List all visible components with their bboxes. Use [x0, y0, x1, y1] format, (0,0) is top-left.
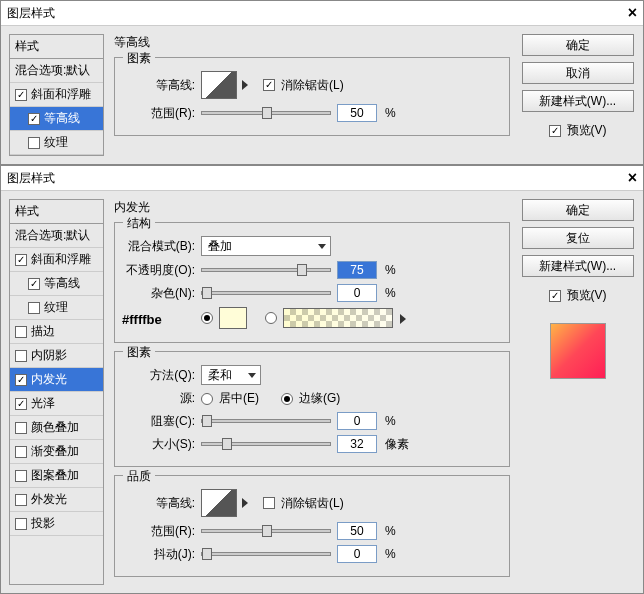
preview-label: 预览(V): [567, 287, 607, 304]
dialog-title: 图层样式: [7, 170, 55, 187]
jitter-slider[interactable]: [201, 552, 331, 556]
section-title: 等高线: [114, 34, 510, 51]
checkbox-icon[interactable]: [28, 113, 40, 125]
cancel-button[interactable]: 取消: [522, 62, 634, 84]
gradient-radio[interactable]: [265, 312, 277, 324]
sidebar-item-texture[interactable]: 纹理: [10, 131, 103, 155]
contour-label: 等高线:: [125, 495, 195, 512]
checkbox-icon[interactable]: [15, 398, 27, 410]
sidebar-item-contour[interactable]: 等高线: [10, 272, 103, 296]
group-structure: 结构 混合模式(B):叠加 不透明度(O):% 杂色(N):%: [114, 222, 510, 343]
checkbox-icon[interactable]: [15, 254, 27, 266]
size-slider[interactable]: [201, 442, 331, 446]
method-label: 方法(Q):: [125, 367, 195, 384]
choke-input[interactable]: [337, 412, 377, 430]
styles-sidebar: 样式 混合选项:默认 斜面和浮雕 等高线 纹理: [9, 34, 104, 156]
right-panel: 确定 复位 新建样式(W)... 预览(V): [520, 199, 635, 585]
antialias-checkbox[interactable]: [263, 79, 275, 91]
ok-button[interactable]: 确定: [522, 199, 634, 221]
preview-checkbox[interactable]: [549, 125, 561, 137]
checkbox-icon[interactable]: [15, 470, 27, 482]
size-label: 大小(S):: [125, 436, 195, 453]
sidebar-head[interactable]: 样式: [10, 200, 103, 224]
sidebar-blend-default[interactable]: 混合选项:默认: [10, 224, 103, 248]
main-panel: 等高线 图素 等高线: 消除锯齿(L) 范围(R): %: [114, 34, 510, 156]
contour-picker[interactable]: [201, 71, 237, 99]
sidebar-item-inner-glow[interactable]: 内发光: [10, 368, 103, 392]
group-element: 图素 等高线: 消除锯齿(L) 范围(R): %: [114, 57, 510, 136]
group-title: 品质: [123, 468, 155, 485]
source-center-radio[interactable]: [201, 393, 213, 405]
range-input[interactable]: [337, 104, 377, 122]
right-panel: 确定 取消 新建样式(W)... 预览(V): [520, 34, 635, 156]
sidebar-item-texture[interactable]: 纹理: [10, 296, 103, 320]
blend-mode-label: 混合模式(B):: [125, 238, 195, 255]
close-icon[interactable]: ×: [628, 169, 637, 187]
contour-label: 等高线:: [125, 77, 195, 94]
sidebar-item-outer-glow[interactable]: 外发光: [10, 488, 103, 512]
sidebar-item-contour[interactable]: 等高线: [10, 107, 103, 131]
new-style-button[interactable]: 新建样式(W)...: [522, 255, 634, 277]
jitter-input[interactable]: [337, 545, 377, 563]
opacity-label: 不透明度(O):: [125, 262, 195, 279]
size-input[interactable]: [337, 435, 377, 453]
method-select[interactable]: 柔和: [201, 365, 261, 385]
color-radio[interactable]: [201, 312, 213, 324]
sidebar-head[interactable]: 样式: [10, 35, 103, 59]
group-quality: 品质 等高线:消除锯齿(L) 范围(R):% 抖动(J):%: [114, 475, 510, 577]
checkbox-icon[interactable]: [15, 422, 27, 434]
gradient-picker[interactable]: [283, 308, 393, 328]
sidebar-item-satin[interactable]: 光泽: [10, 392, 103, 416]
group-element: 图素 方法(Q):柔和 源:居中(E)边缘(G) 阻塞(C):% 大小(S):像…: [114, 351, 510, 467]
sidebar-item-bevel[interactable]: 斜面和浮雕: [10, 248, 103, 272]
sidebar-item-bevel[interactable]: 斜面和浮雕: [10, 83, 103, 107]
close-icon[interactable]: ×: [628, 4, 637, 22]
preview-label: 预览(V): [567, 122, 607, 139]
noise-slider[interactable]: [201, 291, 331, 295]
source-edge-radio[interactable]: [281, 393, 293, 405]
antialias-checkbox[interactable]: [263, 497, 275, 509]
new-style-button[interactable]: 新建样式(W)...: [522, 90, 634, 112]
group-title: 图素: [123, 50, 155, 67]
reset-button[interactable]: 复位: [522, 227, 634, 249]
range-slider[interactable]: [201, 529, 331, 533]
choke-slider[interactable]: [201, 419, 331, 423]
layer-style-dialog-2: 图层样式 × 样式 混合选项:默认 斜面和浮雕 等高线 纹理 描边 内阴影 内发…: [0, 165, 644, 594]
ok-button[interactable]: 确定: [522, 34, 634, 56]
sidebar-item-drop-shadow[interactable]: 投影: [10, 512, 103, 536]
range-label: 范围(R):: [125, 105, 195, 122]
color-swatch[interactable]: [219, 307, 247, 329]
checkbox-icon[interactable]: [15, 89, 27, 101]
checkbox-icon[interactable]: [28, 302, 40, 314]
checkbox-icon[interactable]: [28, 137, 40, 149]
pct-label: %: [385, 106, 396, 120]
sidebar-item-pattern-overlay[interactable]: 图案叠加: [10, 464, 103, 488]
main-panel: #ffffbe 内发光 结构 混合模式(B):叠加 不透明度(O):% 杂色(N…: [114, 199, 510, 585]
layer-style-dialog-1: 图层样式 × 样式 混合选项:默认 斜面和浮雕 等高线 纹理 等高线 图素 等高…: [0, 0, 644, 165]
group-title: 结构: [123, 215, 155, 232]
opacity-slider[interactable]: [201, 268, 331, 272]
choke-label: 阻塞(C):: [125, 413, 195, 430]
sidebar-item-gradient-overlay[interactable]: 渐变叠加: [10, 440, 103, 464]
preview-swatch: [550, 323, 606, 379]
checkbox-icon[interactable]: [15, 518, 27, 530]
contour-picker[interactable]: [201, 489, 237, 517]
range-input[interactable]: [337, 522, 377, 540]
checkbox-icon[interactable]: [15, 374, 27, 386]
titlebar: 图层样式 ×: [1, 1, 643, 26]
blend-mode-select[interactable]: 叠加: [201, 236, 331, 256]
preview-checkbox[interactable]: [549, 290, 561, 302]
checkbox-icon[interactable]: [15, 350, 27, 362]
noise-input[interactable]: [337, 284, 377, 302]
opacity-input[interactable]: [337, 261, 377, 279]
sidebar-item-inner-shadow[interactable]: 内阴影: [10, 344, 103, 368]
sidebar-blend-default[interactable]: 混合选项:默认: [10, 59, 103, 83]
sidebar-item-stroke[interactable]: 描边: [10, 320, 103, 344]
range-label: 范围(R):: [125, 523, 195, 540]
sidebar-item-color-overlay[interactable]: 颜色叠加: [10, 416, 103, 440]
checkbox-icon[interactable]: [15, 494, 27, 506]
range-slider[interactable]: [201, 111, 331, 115]
checkbox-icon[interactable]: [15, 446, 27, 458]
checkbox-icon[interactable]: [28, 278, 40, 290]
checkbox-icon[interactable]: [15, 326, 27, 338]
